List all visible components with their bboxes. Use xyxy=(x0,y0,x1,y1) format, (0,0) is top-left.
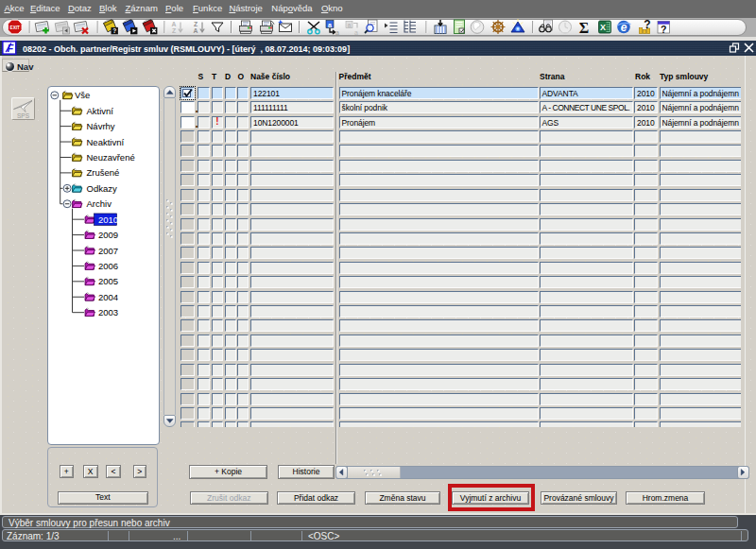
svg-text:X: X xyxy=(600,23,606,32)
svg-text:a: a xyxy=(348,22,352,28)
svg-text:?: ? xyxy=(112,27,116,34)
svg-text:e: e xyxy=(621,21,627,34)
svg-text:?: ? xyxy=(661,24,666,35)
svg-text:a: a xyxy=(335,29,339,36)
svg-text:Σ: Σ xyxy=(579,20,589,36)
svg-text:a: a xyxy=(354,29,358,36)
svg-text:Z: Z xyxy=(172,27,176,34)
svg-text:?: ? xyxy=(644,18,650,31)
svg-text:Z: Z xyxy=(194,21,198,27)
svg-text:A: A xyxy=(172,21,177,27)
svg-text:EXIT: EXIT xyxy=(10,26,20,30)
svg-text:a: a xyxy=(328,22,332,28)
svg-text:A: A xyxy=(194,27,198,34)
